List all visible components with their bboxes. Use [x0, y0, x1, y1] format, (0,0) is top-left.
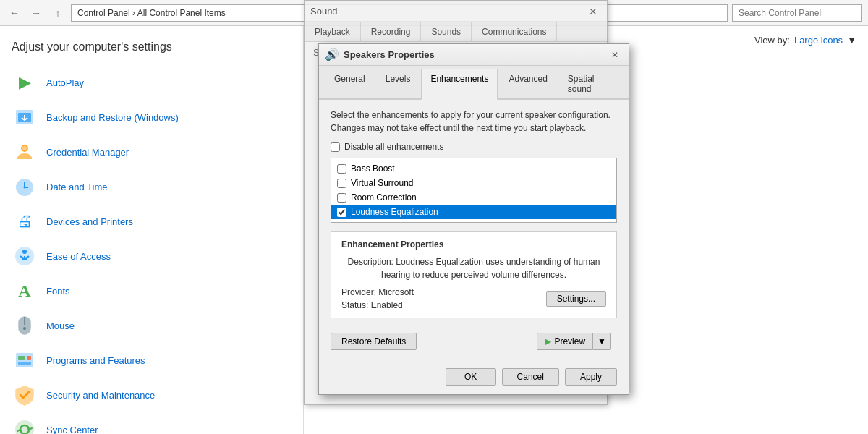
- enh-item-surround[interactable]: Virtual Surround: [331, 176, 616, 190]
- sidebar-item-autoplay[interactable]: ▶ AutoPlay: [0, 65, 303, 100]
- action-buttons: OK Cancel Apply: [319, 362, 629, 394]
- svg-point-19: [16, 421, 33, 434]
- preview-label: Preview: [554, 336, 585, 346]
- datetime-label: Date and Time: [46, 182, 108, 192]
- svg-point-9: [22, 250, 27, 254]
- programs-icon: [12, 347, 38, 373]
- tab-spatial[interactable]: Spatial sound: [558, 69, 623, 98]
- panel-header: Adjust your computer's settings: [0, 35, 303, 65]
- sound-tab-recording[interactable]: Recording: [361, 22, 422, 41]
- up-button[interactable]: ↑: [49, 4, 67, 22]
- tab-general[interactable]: General: [325, 69, 375, 98]
- preview-button[interactable]: ▶ Preview: [537, 333, 593, 350]
- forward-button[interactable]: →: [27, 4, 45, 22]
- speakers-description: Select the enhancements to apply for you…: [331, 109, 617, 135]
- sound-tab-sounds[interactable]: Sounds: [421, 22, 472, 41]
- autoplay-label: AutoPlay: [46, 77, 84, 88]
- backup-label: Backup and Restore (Windows): [46, 112, 179, 123]
- enhancement-list: Bass Boost Virtual Surround Room Correct…: [331, 158, 617, 223]
- autoplay-icon: ▶: [12, 69, 38, 95]
- fonts-label: Fonts: [46, 286, 70, 297]
- enh-item-bass[interactable]: Bass Boost: [331, 161, 616, 176]
- mouse-icon: [12, 312, 38, 339]
- credential-icon: [12, 139, 38, 165]
- ease-icon: [12, 243, 38, 269]
- fonts-icon: A: [12, 278, 38, 304]
- search-input[interactable]: [732, 4, 862, 22]
- bass-checkbox[interactable]: [337, 164, 346, 174]
- tab-levels[interactable]: Levels: [376, 69, 420, 98]
- sound-tab-communications[interactable]: Communications: [472, 22, 557, 41]
- speakers-title-text: Speakers Properties: [344, 49, 603, 60]
- backup-icon: [12, 104, 38, 130]
- security-label: Security and Maintenance: [46, 390, 155, 401]
- sidebar-item-backup[interactable]: Backup and Restore (Windows): [0, 100, 303, 135]
- left-panel: Adjust your computer's settings ▶ AutoPl…: [0, 26, 304, 434]
- sound-dialog-tabs: Playback Recording Sounds Communications: [305, 22, 607, 42]
- ease-label: Ease of Access: [46, 251, 111, 262]
- apply-button[interactable]: Apply: [565, 368, 617, 386]
- sidebar-item-ease[interactable]: Ease of Access: [0, 239, 303, 273]
- sidebar-item-datetime[interactable]: Date and Time: [0, 169, 303, 204]
- sidebar-item-fonts[interactable]: A Fonts: [0, 273, 303, 308]
- disable-all-checkbox[interactable]: [331, 142, 340, 152]
- view-by-chevron[interactable]: ▼: [847, 35, 856, 46]
- view-by: View by: Large icons ▼: [754, 35, 856, 46]
- address-text: Control Panel › All Control Panel Items: [77, 8, 226, 18]
- sound-close-button[interactable]: ✕: [585, 4, 601, 20]
- room-label: Room Correction: [351, 192, 417, 203]
- back-button[interactable]: ←: [6, 4, 23, 22]
- provider-text: Provider: Microsoft: [341, 287, 414, 297]
- tab-enhancements[interactable]: Enhancements: [421, 69, 498, 100]
- speakers-body: Select the enhancements to apply for you…: [319, 100, 629, 362]
- svg-point-7: [24, 187, 26, 189]
- sound-tab-playback[interactable]: Playback: [305, 22, 361, 41]
- surround-checkbox[interactable]: [337, 179, 346, 188]
- datetime-icon: [12, 174, 38, 200]
- svg-point-14: [23, 327, 26, 330]
- svg-rect-17: [27, 356, 31, 360]
- view-by-label: View by:: [754, 35, 790, 46]
- sound-dialog-title: Sound: [310, 6, 581, 17]
- disable-all-row: Disable all enhancements: [331, 142, 617, 152]
- sound-dialog-titlebar: Sound ✕: [305, 1, 607, 22]
- room-checkbox[interactable]: [337, 193, 346, 203]
- disable-all-label: Disable all enhancements: [344, 142, 443, 152]
- sync-icon: [12, 417, 38, 434]
- sidebar-item-programs[interactable]: Programs and Features: [0, 343, 303, 378]
- speakers-tabs: General Levels Enhancements Advanced Spa…: [319, 66, 629, 100]
- sidebar-item-mouse[interactable]: Mouse: [0, 308, 303, 343]
- loudness-label: Loudness Equalization: [351, 207, 438, 217]
- enh-item-room[interactable]: Room Correction: [331, 190, 616, 205]
- view-by-value[interactable]: Large icons: [794, 35, 843, 46]
- preview-group: ▶ Preview ▼: [537, 333, 611, 350]
- settings-button[interactable]: Settings...: [546, 291, 606, 307]
- sidebar-item-security[interactable]: Security and Maintenance: [0, 378, 303, 412]
- tab-advanced[interactable]: Advanced: [499, 69, 556, 98]
- sync-label: Sync Center: [46, 425, 98, 435]
- sidebar-item-sync[interactable]: Sync Center: [0, 412, 303, 434]
- restore-defaults-button[interactable]: Restore Defaults: [331, 333, 417, 350]
- sidebar-item-devices[interactable]: 🖨 Devices and Printers: [0, 204, 303, 239]
- programs-label: Programs and Features: [46, 355, 145, 366]
- properties-description: Description: Loudness Equalization uses …: [341, 255, 606, 281]
- status-text: Status: Enabled: [341, 300, 414, 310]
- ok-button[interactable]: OK: [446, 368, 496, 386]
- loudness-checkbox[interactable]: [337, 208, 346, 217]
- preview-dropdown-button[interactable]: ▼: [593, 333, 611, 350]
- properties-title: Enhancement Properties: [341, 239, 606, 250]
- enh-item-loudness[interactable]: Loudness Equalization: [331, 205, 616, 219]
- speakers-titlebar: 🔊 Speakers Properties ✕: [319, 44, 629, 66]
- svg-rect-18: [18, 362, 31, 365]
- panel-title: Adjust your computer's settings: [12, 41, 172, 53]
- speakers-close-button[interactable]: ✕: [607, 47, 623, 63]
- preview-play-icon: ▶: [545, 336, 551, 346]
- footer-buttons: Restore Defaults ▶ Preview ▼: [331, 327, 617, 353]
- sidebar-item-credential[interactable]: Credential Manager: [0, 135, 303, 169]
- devices-icon: 🖨: [12, 208, 38, 234]
- mouse-label: Mouse: [46, 320, 75, 331]
- security-icon: [12, 382, 38, 408]
- cancel-button[interactable]: Cancel: [502, 368, 559, 386]
- svg-rect-16: [18, 356, 25, 360]
- svg-point-3: [22, 146, 27, 150]
